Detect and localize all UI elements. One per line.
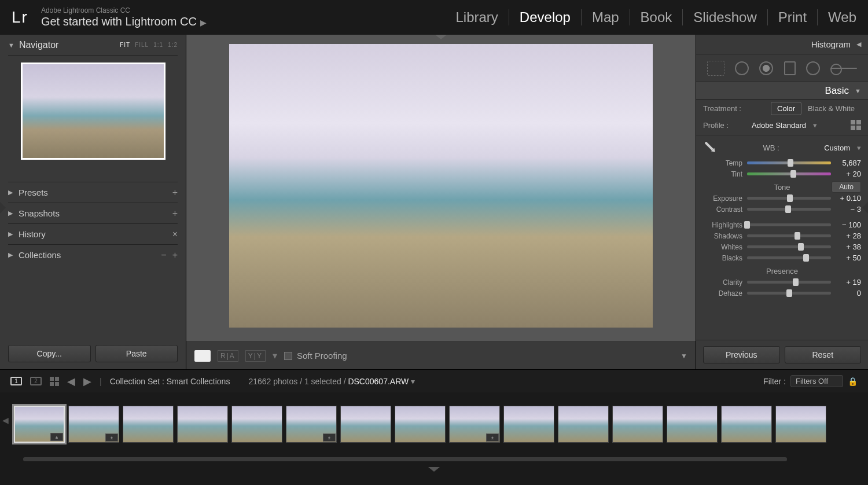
slider-value-clarity[interactable]: + 19 [836, 278, 861, 286]
navigator-thumbnail[interactable] [21, 63, 165, 160]
adjustment-brush-icon[interactable] [830, 68, 857, 69]
soft-proofing-toggle[interactable]: Soft Proofing [284, 351, 347, 361]
zoom-fill[interactable]: FILL [135, 42, 149, 48]
filmstrip-thumb[interactable] [612, 406, 663, 443]
nav-forward-icon[interactable]: ▶ [83, 375, 91, 388]
panel-history[interactable]: ▶History× [8, 223, 178, 244]
slider-temp[interactable] [747, 161, 831, 164]
main-image-canvas[interactable] [229, 44, 653, 328]
panel-snapshots[interactable]: ▶Snapshots+ [8, 203, 178, 223]
slider-shadows[interactable] [747, 234, 831, 237]
filmstrip[interactable]: ±±±± [0, 392, 868, 456]
panel-presets[interactable]: ▶Presets+ [8, 182, 178, 203]
module-book[interactable]: Book [630, 9, 683, 25]
slider-value-whites[interactable]: + 38 [836, 242, 861, 251]
module-map[interactable]: Map [582, 9, 630, 25]
monitor-2-icon[interactable]: 2 [30, 377, 42, 385]
chevron-down-icon[interactable]: ▼ [8, 42, 14, 49]
grid-view-icon[interactable] [50, 377, 59, 386]
filmstrip-thumb[interactable] [503, 406, 554, 443]
module-library[interactable]: Library [446, 9, 509, 25]
loupe-view-icon[interactable] [194, 350, 211, 362]
slider-value-dehaze[interactable]: 0 [836, 289, 861, 297]
slider-value-highlights[interactable]: − 100 [836, 221, 861, 229]
profile-browser-icon[interactable] [851, 120, 861, 130]
slider-value-temp[interactable]: 5,687 [836, 159, 861, 167]
slider-blacks[interactable] [747, 256, 831, 259]
module-slideshow[interactable]: Slideshow [683, 9, 767, 25]
filmstrip-thumb[interactable] [775, 406, 826, 443]
chevron-down-icon[interactable]: ▼ [855, 87, 861, 94]
collapse-top-icon[interactable] [435, 35, 447, 39]
current-filename[interactable]: DSC00607.ARW [348, 377, 409, 386]
filmstrip-thumb[interactable] [177, 406, 228, 443]
filmstrip-thumb[interactable] [340, 406, 391, 443]
slider-value-shadows[interactable]: + 28 [836, 232, 861, 240]
histogram-title[interactable]: Histogram [811, 39, 851, 49]
panel-tool[interactable]: × [172, 229, 178, 240]
paste-button[interactable]: Paste [95, 345, 178, 362]
treatment-color[interactable]: Color [771, 102, 801, 115]
slider-value-exposure[interactable]: + 0.10 [836, 194, 861, 203]
crop-tool-icon[interactable] [707, 61, 724, 76]
previous-button[interactable]: Previous [703, 346, 780, 363]
identity-plate[interactable]: Adobe Lightroom Classic CC Get started w… [41, 6, 207, 28]
slider-whites[interactable] [747, 245, 831, 248]
filmstrip-thumb[interactable] [667, 406, 718, 443]
slider-dehaze[interactable] [747, 292, 831, 295]
collapse-bottom-icon[interactable] [428, 467, 440, 472]
wb-value[interactable]: Custom [824, 144, 850, 152]
reset-button[interactable]: Reset [785, 346, 862, 363]
slider-exposure[interactable] [747, 197, 831, 200]
treatment-black-white[interactable]: Black & White [801, 102, 861, 115]
filmstrip-thumb[interactable] [558, 406, 609, 443]
radial-filter-icon[interactable] [806, 61, 820, 75]
zoom-fit[interactable]: FIT [120, 42, 130, 48]
filmstrip-thumb[interactable] [123, 406, 174, 443]
copy-button[interactable]: Copy... [8, 345, 91, 362]
filmstrip-thumb[interactable] [231, 406, 282, 443]
nav-back-icon[interactable]: ◀ [67, 375, 75, 388]
redeye-tool-icon[interactable] [759, 61, 773, 75]
panel-tool[interactable]: + [172, 188, 178, 198]
slider-value-contrast[interactable]: − 3 [836, 205, 861, 214]
slider-value-blacks[interactable]: + 50 [836, 253, 861, 262]
panel-collections[interactable]: ▶Collections−+ [8, 244, 178, 265]
filmstrip-thumb[interactable] [395, 406, 446, 443]
checkbox-icon[interactable] [284, 352, 292, 360]
monitor-1-icon[interactable]: 1 [10, 377, 22, 385]
auto-tone-button[interactable]: Auto [832, 181, 861, 193]
filmstrip-thumb[interactable]: ± [68, 406, 119, 443]
profile-value[interactable]: Adobe Standard [752, 121, 806, 130]
filmstrip-thumb[interactable]: ± [449, 406, 500, 443]
before-after-buttons[interactable]: R|A [218, 350, 238, 362]
chevron-left-icon[interactable]: ◀ [856, 41, 861, 48]
spot-removal-icon[interactable] [735, 61, 749, 75]
zoom-1-2[interactable]: 1:2 [168, 42, 178, 48]
chevron-down-icon[interactable]: ▼ [681, 352, 687, 360]
slider-highlights[interactable] [747, 223, 831, 226]
zoom-1-1[interactable]: 1:1 [153, 42, 163, 48]
collection-path[interactable]: Collection Set : Smart Collections [110, 377, 230, 386]
module-web[interactable]: Web [818, 9, 856, 25]
lock-icon[interactable]: 🔒 [848, 377, 858, 386]
basic-panel-title[interactable]: Basic [825, 85, 849, 97]
panel-tool[interactable]: − [161, 250, 166, 260]
module-develop[interactable]: Develop [509, 9, 582, 25]
slider-clarity[interactable] [747, 281, 831, 284]
filmstrip-thumb[interactable]: ± [286, 406, 337, 443]
filter-select[interactable]: Filters Off [790, 375, 843, 387]
module-print[interactable]: Print [768, 9, 818, 25]
slider-value-tint[interactable]: + 20 [836, 170, 861, 178]
slider-contrast[interactable] [747, 208, 831, 211]
filmstrip-scrollbar[interactable] [23, 457, 787, 461]
filmstrip-thumb[interactable] [721, 406, 772, 443]
filmstrip-thumb[interactable]: ± [14, 406, 65, 443]
filter-label: Filter : [763, 377, 786, 386]
slider-tint[interactable] [747, 172, 831, 175]
eyedropper-icon[interactable] [700, 137, 722, 159]
panel-tool[interactable]: + [172, 208, 178, 219]
graduated-filter-icon[interactable] [784, 61, 796, 75]
before-after-split-buttons[interactable]: Y|Y [245, 350, 266, 362]
panel-tool[interactable]: + [172, 250, 178, 260]
